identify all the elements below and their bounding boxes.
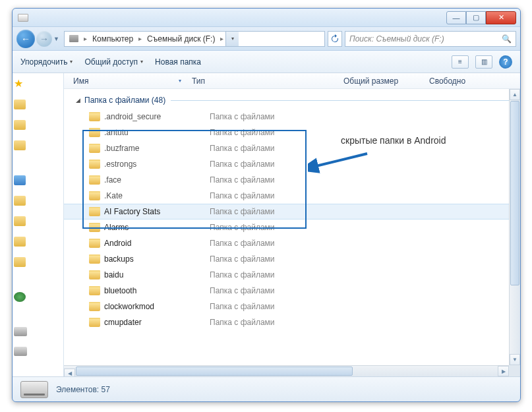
file-name: clockworkmod — [104, 302, 210, 311]
search-input[interactable]: Поиск: Съемный диск (F:) 🔍 — [345, 31, 516, 47]
sidebar-item[interactable] — [14, 347, 27, 356]
breadcrumb-computer[interactable]: Компьютер — [89, 32, 136, 46]
breadcrumb-sep[interactable]: ▸ — [82, 35, 89, 42]
file-row[interactable]: bluetoothПапка с файлами — [64, 283, 520, 299]
scroll-thumb[interactable] — [510, 101, 519, 285]
file-row[interactable]: cmupdaterПапка с файлами — [64, 314, 520, 330]
file-row[interactable]: .faceПапка с файлами — [64, 172, 520, 188]
favorites-icon[interactable]: ★ — [14, 77, 26, 89]
file-row[interactable]: .android_secureПапка с файлами — [64, 109, 520, 125]
file-name: .buzframe — [104, 144, 210, 153]
folder-icon — [89, 128, 100, 137]
forward-button[interactable]: → — [36, 31, 52, 47]
svg-line-0 — [313, 154, 367, 167]
back-button[interactable]: ← — [16, 30, 35, 48]
file-name: .antutu — [104, 128, 210, 137]
file-row[interactable]: AlarmsПапка с файлами — [64, 220, 520, 235]
annotation-callout: скрытые папки в Android — [341, 135, 446, 146]
nav-arrows: ← → ▼ — [16, 30, 61, 48]
file-name: Android — [104, 239, 210, 248]
file-name: AI Factory Stats — [104, 207, 210, 216]
homegroup-icon[interactable] — [14, 292, 26, 302]
file-type: Папка с файлами — [210, 207, 275, 216]
file-row[interactable]: .buzframeПапка с файлами — [64, 140, 520, 156]
folder-icon — [89, 160, 100, 169]
breadcrumb[interactable]: ▸ Компьютер ▸ Съемный диск (F:) ▸ ▾ — [64, 31, 325, 47]
sidebar-item[interactable] — [14, 120, 26, 130]
file-type: Папка с файлами — [210, 286, 275, 295]
maximize-button[interactable]: ▢ — [466, 11, 486, 24]
group-line — [171, 100, 516, 101]
file-type: Папка с файлами — [210, 239, 275, 248]
nav-sidebar: ★ — [13, 73, 64, 376]
breadcrumb-sep[interactable]: ▸ — [218, 35, 225, 42]
minimize-button[interactable]: — — [446, 11, 466, 24]
drive-icon — [69, 35, 78, 42]
folder-icon — [89, 175, 100, 185]
breadcrumb-sep[interactable]: ▸ — [136, 35, 144, 42]
window-controls: — ▢ ✕ — [446, 11, 516, 24]
horizontal-scrollbar[interactable]: ◀ ▶ — [64, 365, 509, 376]
file-row[interactable]: AndroidПапка с файлами — [64, 235, 520, 251]
annotation-arrow-icon — [308, 147, 374, 173]
folder-icon — [89, 254, 100, 264]
file-pane: Имя ▾ Тип Общий размер Свободно ◢ Папка … — [64, 73, 520, 376]
file-row[interactable]: clockworkmodПапка с файлами — [64, 299, 520, 314]
organize-label: Упорядочить — [20, 57, 67, 67]
column-size[interactable]: Общий размер — [340, 73, 425, 88]
nav-history-dropdown[interactable]: ▼ — [53, 36, 61, 42]
breadcrumb-dropdown[interactable]: ▾ — [225, 32, 239, 46]
view-mode-button[interactable]: ≡ — [452, 55, 469, 69]
organize-button[interactable]: Упорядочить ▾ — [20, 57, 73, 67]
sidebar-item[interactable] — [14, 100, 26, 109]
vertical-scrollbar[interactable]: ▲ ▼ — [509, 89, 520, 376]
scroll-up-button[interactable]: ▲ — [510, 89, 520, 100]
folder-icon — [89, 286, 100, 295]
refresh-button[interactable] — [328, 31, 342, 47]
sidebar-item[interactable] — [14, 140, 26, 150]
scroll-thumb[interactable] — [76, 367, 353, 376]
column-headers: Имя ▾ Тип Общий размер Свободно — [64, 73, 520, 89]
file-row[interactable]: backupsПапка с файлами — [64, 251, 520, 267]
file-type: Папка с файлами — [210, 223, 275, 232]
sidebar-item[interactable] — [14, 257, 26, 267]
group-header[interactable]: ◢ Папка с файлами (48) — [64, 89, 520, 109]
folder-icon — [89, 223, 100, 232]
file-name: .estrongs — [104, 160, 210, 169]
scroll-right-button[interactable]: ▶ — [498, 366, 509, 376]
scroll-down-button[interactable]: ▼ — [510, 354, 520, 365]
folder-icon — [89, 207, 100, 216]
column-free[interactable]: Свободно — [425, 73, 520, 88]
file-name: cmupdater — [104, 318, 210, 327]
libraries-icon[interactable] — [14, 175, 26, 185]
sidebar-item[interactable] — [14, 216, 26, 226]
preview-pane-button[interactable]: ▥ — [475, 55, 492, 69]
file-row[interactable]: baiduПапка с файлами — [64, 267, 520, 283]
close-button[interactable]: ✕ — [486, 11, 516, 24]
file-type: Папка с файлами — [210, 112, 275, 121]
folder-icon — [89, 302, 100, 311]
chevron-down-icon: ▾ — [140, 59, 143, 65]
share-button[interactable]: Общий доступ ▾ — [84, 57, 143, 67]
file-row[interactable]: .KateПапка с файлами — [64, 188, 520, 204]
scroll-left-button[interactable]: ◀ — [64, 368, 75, 377]
file-type: Папка с файлами — [210, 191, 275, 200]
file-row[interactable]: .estrongsПапка с файлами — [64, 156, 520, 172]
file-name: baidu — [104, 270, 210, 280]
file-row[interactable]: .antutuПапка с файлами — [64, 125, 520, 140]
group-label: Папка с файлами (48) — [84, 96, 165, 105]
column-name[interactable]: Имя ▾ — [69, 73, 188, 88]
column-type[interactable]: Тип — [188, 73, 340, 88]
breadcrumb-drive[interactable]: Съемный диск (F:) — [144, 32, 218, 46]
help-button[interactable]: ? — [499, 55, 512, 69]
folder-icon — [89, 112, 100, 121]
folder-icon — [89, 270, 100, 280]
file-row[interactable]: AI Factory StatsПапка с файлами — [64, 204, 520, 220]
chevron-down-icon: ▾ — [70, 59, 73, 65]
sidebar-item[interactable] — [14, 196, 26, 206]
sidebar-item[interactable] — [14, 237, 26, 247]
file-area: ◢ Папка с файлами (48) .android_secureПа… — [64, 89, 520, 376]
new-folder-button[interactable]: Новая папка — [155, 57, 201, 67]
computer-icon[interactable] — [14, 327, 27, 336]
file-name: .Kate — [104, 191, 210, 200]
